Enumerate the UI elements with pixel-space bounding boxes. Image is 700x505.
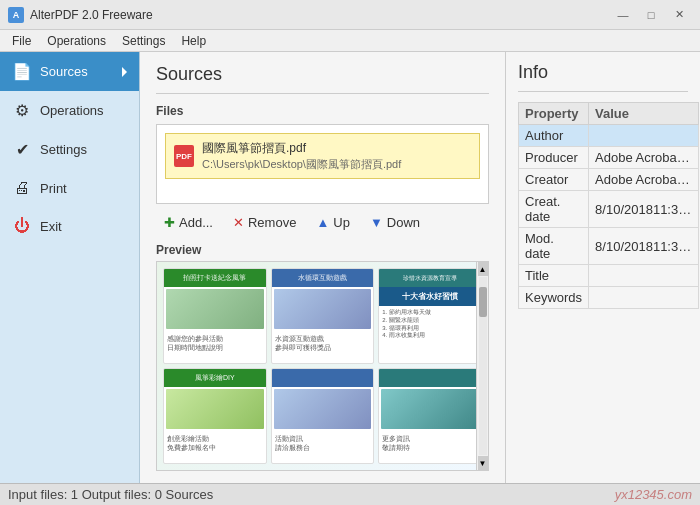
menu-help[interactable]: Help — [173, 32, 214, 50]
scroll-thumb[interactable] — [479, 287, 487, 317]
status-text: Input files: 1 Output files: 0 Sources — [8, 487, 213, 502]
preview-cell-header-4: 風箏彩繪DIY — [164, 369, 266, 387]
preview-cell-img-5 — [274, 389, 372, 429]
info-val-6 — [589, 287, 699, 309]
preview-cell-6: 更多資訊敬請期待 — [378, 368, 482, 464]
statusbar: Input files: 1 Output files: 0 Sources y… — [0, 483, 700, 505]
file-name: 國際風箏節摺頁.pdf — [202, 140, 401, 157]
down-icon: ▼ — [370, 215, 383, 230]
sources-icon: 📄 — [12, 62, 32, 81]
file-item[interactable]: PDF 國際風箏節摺頁.pdf C:\Users\pk\Desktop\國際風箏… — [165, 133, 480, 179]
info-row-4: Mod. date8/10/201811:39:15 — [519, 228, 699, 265]
scroll-down-arrow[interactable]: ▼ — [478, 456, 488, 470]
sidebar-item-print[interactable]: 🖨 Print — [0, 169, 139, 207]
info-row-2: CreatorAdobe Acrobat 10.1. — [519, 169, 699, 191]
preview-cell-img-6 — [381, 389, 479, 429]
add-button[interactable]: ✚ Add... — [156, 212, 221, 233]
preview-cell-body-6: 更多資訊敬請期待 — [379, 431, 481, 463]
app-icon: A — [8, 7, 24, 23]
scroll-up-arrow[interactable]: ▲ — [478, 262, 488, 276]
maximize-button[interactable]: □ — [638, 5, 664, 25]
preview-scrollbar: ▲ ▼ — [476, 262, 488, 470]
preview-content: 拍照打卡送紀念風箏 感謝您的參與活動日期時間地點說明 水循環互動遊戲 — [157, 262, 488, 470]
preview-cell-img-4 — [166, 389, 264, 429]
remove-button[interactable]: ✕ Remove — [225, 212, 304, 233]
minimize-button[interactable]: — — [610, 5, 636, 25]
watermark-text: yx12345.com — [615, 487, 692, 502]
up-icon: ▲ — [316, 215, 329, 230]
menubar: File Operations Settings Help — [0, 30, 700, 52]
close-button[interactable]: ✕ — [666, 5, 692, 25]
add-icon: ✚ — [164, 215, 175, 230]
remove-label: Remove — [248, 215, 296, 230]
preview-cell-title-4: 風箏彩繪DIY — [193, 373, 237, 383]
sources-arrow — [122, 67, 127, 77]
up-button[interactable]: ▲ Up — [308, 212, 358, 233]
up-label: Up — [333, 215, 350, 230]
info-val-4: 8/10/201811:39:15 — [589, 228, 699, 265]
info-prop-0: Author — [519, 125, 589, 147]
preview-cell-1: 拍照打卡送紀念風箏 感謝您的參與活動日期時間地點說明 — [163, 268, 267, 364]
sidebar-label-exit: Exit — [40, 219, 62, 234]
info-val-3: 8/10/201811:38:33 — [589, 191, 699, 228]
info-val-1: Adobe Acrobat 10.1. — [589, 147, 699, 169]
info-row-6: Keywords — [519, 287, 699, 309]
sidebar-item-operations[interactable]: ⚙ Operations — [0, 91, 139, 130]
main-layout: 📄 Sources ⚙ Operations ✔ Settings 🖨 Prin… — [0, 52, 700, 483]
preview-cell-2: 水循環互動遊戲 水資源互動遊戲參與即可獲得獎品 — [271, 268, 375, 364]
titlebar-left: A AlterPDF 2.0 Freeware — [8, 7, 153, 23]
operations-icon: ⚙ — [12, 101, 32, 120]
menu-settings[interactable]: Settings — [114, 32, 173, 50]
preview-cell-title-3: 珍惜水資源教育宣導 — [401, 274, 459, 283]
scroll-track — [479, 277, 487, 455]
info-prop-4: Mod. date — [519, 228, 589, 265]
sidebar: 📄 Sources ⚙ Operations ✔ Settings 🖨 Prin… — [0, 52, 140, 483]
file-path: C:\Users\pk\Desktop\國際風箏節摺頁.pdf — [202, 157, 401, 172]
preview-cell-title-2: 水循環互動遊戲 — [296, 273, 349, 283]
remove-icon: ✕ — [233, 215, 244, 230]
sources-heading: Sources — [156, 64, 489, 94]
down-button[interactable]: ▼ Down — [362, 212, 428, 233]
preview-label: Preview — [156, 243, 489, 257]
header-value: Value — [589, 103, 699, 125]
toolbar: ✚ Add... ✕ Remove ▲ Up ▼ Down — [156, 212, 489, 233]
info-row-0: Author — [519, 125, 699, 147]
info-heading: Info — [518, 62, 688, 92]
menu-operations[interactable]: Operations — [39, 32, 114, 50]
sidebar-label-operations: Operations — [40, 103, 104, 118]
preview-cell-body-1: 感謝您的參與活動日期時間地點說明 — [164, 331, 266, 363]
info-val-0 — [589, 125, 699, 147]
info-prop-2: Creator — [519, 169, 589, 191]
info-panel: Info Property Value AuthorProducerAdobe … — [505, 52, 700, 483]
preview-cell-header-1: 拍照打卡送紀念風箏 — [164, 269, 266, 287]
preview-cell-img-1 — [166, 289, 264, 329]
menu-file[interactable]: File — [4, 32, 39, 50]
exit-icon: ⏻ — [12, 217, 32, 235]
print-icon: 🖨 — [12, 179, 32, 197]
files-section: PDF 國際風箏節摺頁.pdf C:\Users\pk\Desktop\國際風箏… — [156, 124, 489, 204]
sidebar-label-print: Print — [40, 181, 67, 196]
sidebar-item-sources[interactable]: 📄 Sources — [0, 52, 139, 91]
info-val-2: Adobe Acrobat 10.1. — [589, 169, 699, 191]
file-info: 國際風箏節摺頁.pdf C:\Users\pk\Desktop\國際風箏節摺頁.… — [202, 140, 401, 172]
preview-grid: 拍照打卡送紀念風箏 感謝您的參與活動日期時間地點說明 水循環互動遊戲 — [157, 262, 488, 470]
add-label: Add... — [179, 215, 213, 230]
info-prop-3: Creat. date — [519, 191, 589, 228]
sidebar-label-sources: Sources — [40, 64, 88, 79]
preview-cell-body-4: 創意彩繪活動免費參加報名中 — [164, 431, 266, 463]
preview-cell-4: 風箏彩繪DIY 創意彩繪活動免費參加報名中 — [163, 368, 267, 464]
preview-cell-header-5 — [272, 369, 374, 387]
window-controls: — □ ✕ — [610, 5, 692, 25]
content-area: Sources Files PDF 國際風箏節摺頁.pdf C:\Users\p… — [140, 52, 505, 483]
preview-big-title: 十大省水好習慣 — [379, 287, 481, 306]
preview-box: 拍照打卡送紀念風箏 感謝您的參與活動日期時間地點說明 水循環互動遊戲 — [156, 261, 489, 471]
info-prop-1: Producer — [519, 147, 589, 169]
preview-cell-body-3: 1. 節約用水每天做2. 關緊水龍頭3. 循環再利用4. 雨水收集利用 — [379, 306, 481, 363]
preview-cell-header-6 — [379, 369, 481, 387]
sidebar-item-exit[interactable]: ⏻ Exit — [0, 207, 139, 245]
info-row-1: ProducerAdobe Acrobat 10.1. — [519, 147, 699, 169]
down-label: Down — [387, 215, 420, 230]
preview-cell-3: 珍惜水資源教育宣導 十大省水好習慣 1. 節約用水每天做2. 關緊水龍頭3. 循… — [378, 268, 482, 364]
info-row-3: Creat. date8/10/201811:38:33 — [519, 191, 699, 228]
sidebar-item-settings[interactable]: ✔ Settings — [0, 130, 139, 169]
